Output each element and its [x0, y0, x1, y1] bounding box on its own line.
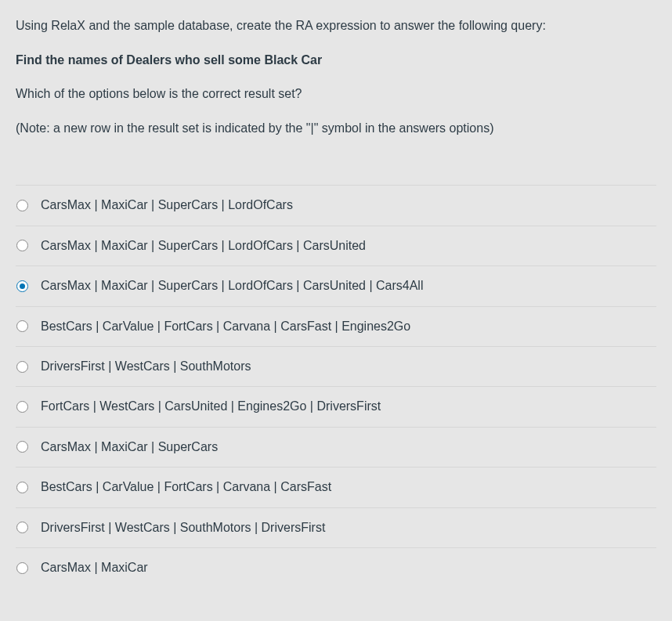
- radio-button[interactable]: [16, 401, 28, 413]
- option-label[interactable]: CarsMax | MaxiCar | SuperCars | LordOfCa…: [41, 197, 293, 214]
- radio-button[interactable]: [16, 200, 28, 212]
- option-row[interactable]: CarsMax | MaxiCar | SuperCars | LordOfCa…: [16, 185, 656, 225]
- radio-button[interactable]: [16, 240, 28, 252]
- radio-button[interactable]: [16, 280, 28, 292]
- radio-button[interactable]: [16, 561, 28, 574]
- radio-button[interactable]: [16, 360, 28, 373]
- option-row[interactable]: CarsMax | MaxiCar | SuperCars: [16, 427, 656, 467]
- question-followup: Which of the options below is the correc…: [16, 84, 656, 104]
- option-row[interactable]: FortCars | WestCars | CarsUnited | Engin…: [16, 386, 656, 426]
- option-row[interactable]: DriversFirst | WestCars | SouthMotors: [16, 346, 656, 386]
- radio-button[interactable]: [16, 522, 28, 534]
- option-label[interactable]: DriversFirst | WestCars | SouthMotors | …: [41, 519, 325, 536]
- option-label[interactable]: DriversFirst | WestCars | SouthMotors: [41, 358, 251, 375]
- option-label[interactable]: BestCars | CarValue | FortCars | Carvana…: [41, 478, 331, 496]
- option-row[interactable]: BestCars | CarValue | FortCars | Carvana…: [16, 467, 656, 507]
- question-intro: Using RelaX and the sample database, cre…: [16, 16, 656, 36]
- radio-button[interactable]: [16, 481, 28, 493]
- option-row[interactable]: DriversFirst | WestCars | SouthMotors | …: [16, 507, 656, 547]
- option-label[interactable]: CarsMax | MaxiCar | SuperCars | LordOfCa…: [41, 237, 366, 255]
- option-label[interactable]: CarsMax | MaxiCar: [41, 559, 148, 576]
- radio-button[interactable]: [16, 320, 28, 333]
- option-label[interactable]: BestCars | CarValue | FortCars | Carvana…: [41, 318, 410, 335]
- question-note: (Note: a new row in the result set is in…: [16, 118, 656, 139]
- option-row[interactable]: CarsMax | MaxiCar: [16, 547, 656, 587]
- radio-button[interactable]: [16, 441, 28, 453]
- option-row[interactable]: CarsMax | MaxiCar | SuperCars | LordOfCa…: [16, 226, 656, 265]
- option-label[interactable]: FortCars | WestCars | CarsUnited | Engin…: [41, 398, 381, 415]
- option-row[interactable]: CarsMax | MaxiCar | SuperCars | LordOfCa…: [16, 265, 656, 305]
- question-container: Using RelaX and the sample database, cre…: [0, 0, 672, 603]
- option-row[interactable]: BestCars | CarValue | FortCars | Carvana…: [16, 306, 656, 346]
- options-list: CarsMax | MaxiCar | SuperCars | LordOfCa…: [16, 185, 656, 587]
- question-prompt: Find the names of Dealers who sell some …: [16, 50, 656, 70]
- option-label[interactable]: CarsMax | MaxiCar | SuperCars: [41, 439, 218, 456]
- option-label[interactable]: CarsMax | MaxiCar | SuperCars | LordOfCa…: [41, 277, 423, 294]
